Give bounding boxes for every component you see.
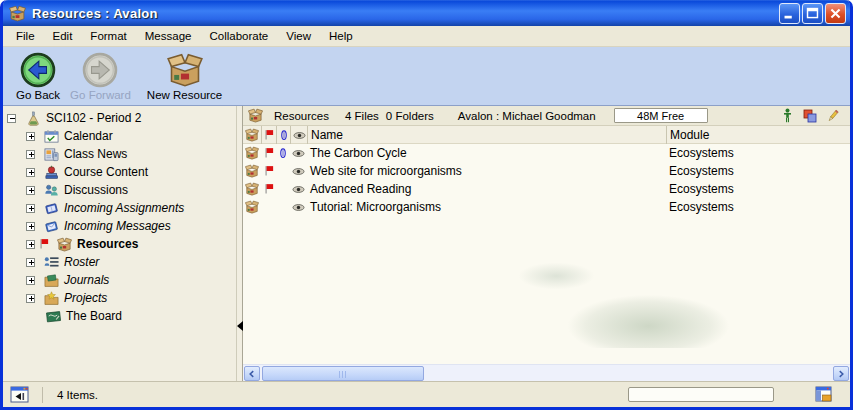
status-bar: 4 Items.	[3, 381, 850, 407]
tree-item-discussions[interactable]: Discussions	[3, 181, 236, 199]
visibility-toggle[interactable]	[290, 198, 307, 216]
tree-item-class-news[interactable]: Class News	[3, 145, 236, 163]
member-button[interactable]	[780, 109, 794, 123]
visibility-toggle[interactable]	[290, 144, 307, 162]
tree-item-journals[interactable]: Journals	[3, 271, 236, 289]
collapse-expander[interactable]	[7, 114, 16, 123]
layout-button[interactable]	[815, 386, 833, 403]
menu-message[interactable]: Message	[136, 28, 201, 44]
list-item[interactable]: Web site for microorganisms Ecosystems	[243, 162, 850, 180]
scroll-right-button[interactable]	[833, 366, 849, 381]
tree-item-the-board[interactable]: The Board	[3, 307, 236, 325]
resource-name: Advanced Reading	[307, 180, 666, 198]
go-back-button[interactable]: Go Back	[11, 51, 65, 102]
close-button[interactable]	[825, 3, 846, 24]
expand-expander[interactable]	[26, 276, 35, 285]
main-area: SCI102 - Period 2 Calendar	[3, 106, 850, 381]
statusbar-divider	[42, 387, 43, 403]
tree-item-resources[interactable]: Resources	[3, 235, 236, 253]
tree-item-course-root[interactable]: SCI102 - Period 2	[3, 109, 236, 127]
flag-icon	[38, 238, 50, 250]
column-module[interactable]: Module	[666, 126, 850, 144]
column-attachment[interactable]	[276, 126, 290, 144]
tree-item-calendar[interactable]: Calendar	[3, 127, 236, 145]
column-name[interactable]: Name	[307, 126, 666, 144]
tree-item-label: Discussions	[64, 183, 128, 197]
minimize-button[interactable]	[779, 3, 800, 24]
list-item[interactable]: Tutorial: Microorganisms Ecosystems	[243, 198, 850, 216]
panel-splitter[interactable]	[236, 106, 243, 381]
menu-format[interactable]: Format	[81, 28, 135, 44]
new-resource-button[interactable]: New Resource	[142, 51, 227, 102]
expand-expander[interactable]	[26, 222, 35, 231]
panel-title: Resources	[274, 110, 329, 122]
tree-item-label: Class News	[64, 147, 127, 161]
info-bar: Resources 4 Files 0 Folders Avalon : Mic…	[243, 106, 850, 126]
menu-help[interactable]: Help	[320, 28, 362, 44]
resource-box-icon	[245, 182, 259, 196]
visibility-toggle[interactable]	[290, 162, 307, 180]
expand-expander[interactable]	[26, 132, 35, 141]
menu-view[interactable]: View	[277, 28, 320, 44]
tree-item-projects[interactable]: Projects	[3, 289, 236, 307]
expand-expander[interactable]	[26, 150, 35, 159]
expand-expander[interactable]	[26, 168, 35, 177]
expand-expander[interactable]	[26, 258, 35, 267]
resource-box-icon	[57, 237, 72, 252]
tree-item-incoming-messages[interactable]: Incoming Messages	[3, 217, 236, 235]
resource-box-icon	[245, 164, 259, 178]
assignments-icon	[44, 201, 59, 216]
scroll-left-button[interactable]	[244, 366, 260, 381]
new-resource-label: New Resource	[147, 89, 222, 101]
paperclip-icon	[278, 129, 290, 142]
column-flag[interactable]	[261, 126, 276, 144]
messages-icon	[44, 219, 59, 234]
resource-name: Tutorial: Microorganisms	[307, 198, 666, 216]
tree-item-incoming-assignments[interactable]: Incoming Assignments	[3, 199, 236, 217]
horizontal-scrollbar[interactable]	[243, 364, 850, 381]
expand-expander[interactable]	[26, 186, 35, 195]
course-content-icon	[44, 165, 59, 180]
projects-icon	[44, 291, 59, 306]
course-icon	[26, 111, 41, 126]
resource-box-icon	[245, 128, 259, 142]
person-icon	[783, 108, 792, 123]
tree-item-label: Journals	[64, 273, 109, 287]
go-forward-label: Go Forward	[70, 89, 131, 101]
menu-file[interactable]: File	[7, 28, 44, 44]
course-tree: SCI102 - Period 2 Calendar	[3, 106, 236, 381]
tree-item-label: Calendar	[64, 129, 113, 143]
maximize-button[interactable]	[802, 3, 823, 24]
column-visibility[interactable]	[290, 126, 307, 144]
server-user-label: Avalon : Michael Goodman	[458, 110, 596, 122]
tree-item-course-content[interactable]: Course Content	[3, 163, 236, 181]
go-forward-button[interactable]: Go Forward	[65, 51, 136, 102]
menu-edit[interactable]: Edit	[44, 28, 82, 44]
edit-button[interactable]	[826, 109, 840, 123]
visibility-toggle[interactable]	[290, 180, 307, 198]
title-bar[interactable]: Resources : Avalon	[3, 0, 850, 26]
tree-item-label: SCI102 - Period 2	[46, 111, 141, 125]
minimize-icon	[780, 4, 799, 23]
column-type[interactable]	[243, 126, 261, 144]
tree-item-label: Incoming Assignments	[64, 201, 184, 215]
copy-button[interactable]	[803, 109, 817, 123]
resource-box-icon	[248, 108, 263, 123]
go-back-icon	[20, 52, 56, 88]
list-item[interactable]: The Carbon Cycle Ecosystems	[243, 144, 850, 162]
expand-expander[interactable]	[26, 240, 35, 249]
flag-icon	[263, 147, 275, 159]
eye-icon	[291, 201, 306, 214]
expand-expander[interactable]	[26, 294, 35, 303]
list-item[interactable]: Advanced Reading Ecosystems	[243, 180, 850, 198]
menu-collaborate[interactable]: Collaborate	[200, 28, 277, 44]
tree-item-roster[interactable]: Roster	[3, 253, 236, 271]
flag-icon	[263, 183, 275, 195]
expand-expander[interactable]	[26, 204, 35, 213]
calendar-icon	[44, 129, 59, 144]
toggle-panel-button[interactable]	[10, 386, 30, 403]
window-title: Resources : Avalon	[32, 6, 158, 21]
scrollbar-thumb[interactable]	[262, 366, 424, 381]
tree-item-label: Roster	[64, 255, 99, 269]
paperclip-icon	[277, 147, 289, 160]
